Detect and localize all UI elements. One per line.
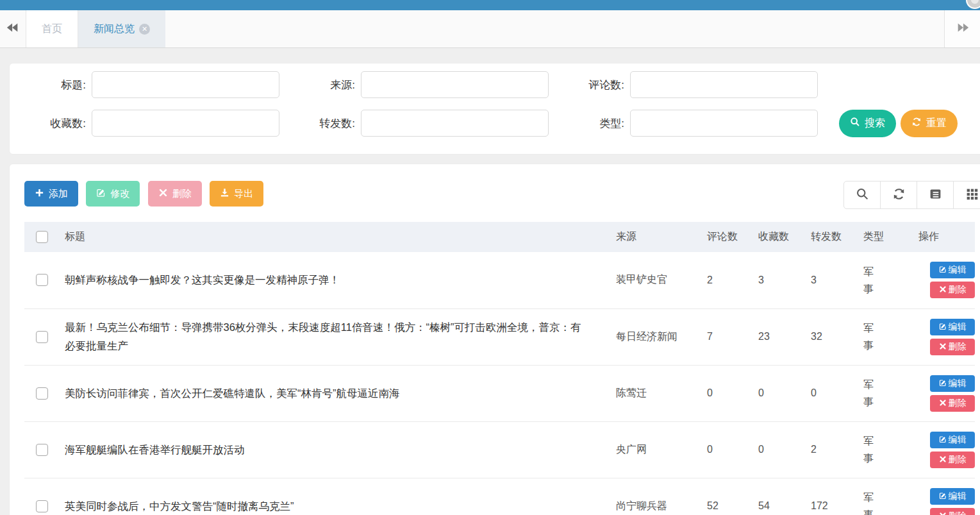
field-comments: 评论数: xyxy=(554,71,824,98)
edit-icon xyxy=(939,322,947,332)
add-button-label: 添加 xyxy=(49,188,68,200)
news-type: 军事 xyxy=(863,308,918,365)
header-comments: 评论数 xyxy=(707,222,758,252)
news-source: 尚宁聊兵器 xyxy=(616,478,707,515)
comments-input[interactable] xyxy=(630,71,818,98)
tabs-scroll-right-button[interactable] xyxy=(944,10,980,47)
edit-icon xyxy=(96,188,106,199)
news-favorites: 0 xyxy=(758,421,811,478)
field-favorites: 收藏数: xyxy=(16,110,285,137)
news-title: 美防长访问菲律宾，首次公开仁爱礁特遣队，美军“林肯号”航母逼近南海 xyxy=(53,365,616,421)
edit-icon xyxy=(939,491,947,502)
row-delete-label: 删除 xyxy=(949,284,967,296)
table-search-button[interactable] xyxy=(843,181,881,209)
grid-view-icon xyxy=(965,187,979,203)
add-button[interactable]: 添加 xyxy=(24,181,78,207)
export-button[interactable]: 导出 xyxy=(210,181,263,207)
header-type: 类型 xyxy=(863,222,918,252)
row-checkbox[interactable] xyxy=(36,500,48,512)
table-refresh-button[interactable] xyxy=(880,181,917,209)
row-checkbox[interactable] xyxy=(36,444,48,456)
search-button[interactable]: 搜索 xyxy=(839,110,896,137)
row-checkbox[interactable] xyxy=(36,274,48,286)
download-icon xyxy=(220,188,229,199)
source-input[interactable] xyxy=(361,71,549,98)
delete-button-label: 删除 xyxy=(172,188,192,200)
row-edit-button[interactable]: 编辑 xyxy=(930,432,975,448)
row-edit-button[interactable]: 编辑 xyxy=(930,319,975,335)
tab-home[interactable]: 首页 xyxy=(26,10,78,47)
news-comments: 52 xyxy=(707,478,758,515)
row-delete-label: 删除 xyxy=(949,341,967,353)
news-table: 标题 来源 评论数 收藏数 转发数 类型 操作 朝鲜声称核战争一触即发？这其实更… xyxy=(24,222,975,515)
news-forwards: 0 xyxy=(811,365,863,421)
x-icon xyxy=(939,455,947,465)
news-source: 每日经济新闻 xyxy=(616,308,707,365)
comments-label: 评论数: xyxy=(554,78,630,92)
x-icon xyxy=(939,285,947,295)
type-input[interactable] xyxy=(630,110,818,137)
row-delete-button[interactable]: 删除 xyxy=(930,395,975,412)
news-title: 英美同时参战后，中方发文警告“随时撤离乌克兰” xyxy=(53,478,616,515)
table-header-row: 标题 来源 评论数 收藏数 转发数 类型 操作 xyxy=(24,222,975,252)
source-label: 来源: xyxy=(285,78,361,92)
title-input[interactable] xyxy=(92,71,279,98)
news-comments: 0 xyxy=(707,421,758,478)
table-grid-view-button[interactable] xyxy=(953,181,980,209)
row-delete-button[interactable]: 删除 xyxy=(930,452,975,468)
row-edit-label: 编辑 xyxy=(949,264,967,276)
view-options-group xyxy=(843,181,980,209)
row-delete-button[interactable]: 删除 xyxy=(930,508,975,515)
row-edit-button[interactable]: 编辑 xyxy=(930,375,975,392)
news-favorites: 0 xyxy=(758,365,811,421)
news-comments: 2 xyxy=(707,252,758,308)
type-label: 类型: xyxy=(554,116,630,131)
row-edit-label: 编辑 xyxy=(949,434,967,446)
favorites-input[interactable] xyxy=(92,110,279,137)
news-title: 海军舰艇编队在香港举行舰艇开放活动 xyxy=(53,421,616,478)
forwards-input[interactable] xyxy=(361,110,549,137)
row-edit-button[interactable]: 编辑 xyxy=(930,488,975,505)
x-icon xyxy=(939,342,947,352)
table-row: 最新！乌克兰公布细节：导弹携带36枚分弹头，末段速度超11倍音速！俄方：“榛树”… xyxy=(24,308,975,365)
field-type: 类型: xyxy=(554,110,824,137)
news-forwards: 172 xyxy=(811,478,863,515)
edit-icon xyxy=(939,378,947,389)
modify-button[interactable]: 修改 xyxy=(86,181,140,207)
table-list-view-button[interactable] xyxy=(917,181,954,209)
x-icon xyxy=(939,398,947,409)
row-checkbox[interactable] xyxy=(36,331,48,343)
tab-news-overview[interactable]: 新闻总览 ✕ xyxy=(78,10,165,47)
news-type: 军事 xyxy=(863,478,918,515)
news-type: 军事 xyxy=(863,252,918,308)
row-checkbox[interactable] xyxy=(36,387,48,400)
tab-close-icon[interactable]: ✕ xyxy=(139,24,150,35)
news-source: 陈莺迁 xyxy=(616,365,707,421)
row-delete-button[interactable]: 删除 xyxy=(930,339,975,355)
delete-button[interactable]: 删除 xyxy=(148,181,202,207)
export-button-label: 导出 xyxy=(234,188,253,200)
main-content: 标题: 来源: 评论数: 收藏数: 转发数: xyxy=(0,49,980,515)
refresh-icon xyxy=(911,117,922,130)
favorites-label: 收藏数: xyxy=(16,116,92,131)
select-all-checkbox[interactable] xyxy=(36,231,48,243)
x-icon xyxy=(939,511,947,515)
field-forwards: 转发数: xyxy=(285,110,554,137)
reset-button[interactable]: 重置 xyxy=(901,110,958,137)
news-favorites: 3 xyxy=(758,252,811,308)
avatar[interactable] xyxy=(966,0,980,9)
reset-button-label: 重置 xyxy=(926,117,947,130)
header-forwards: 转发数 xyxy=(811,222,863,252)
table-row: 英美同时参战后，中方发文警告“随时撤离乌克兰” 尚宁聊兵器 52 54 172 … xyxy=(24,478,975,515)
row-edit-button[interactable]: 编辑 xyxy=(930,262,975,278)
news-favorites: 23 xyxy=(758,308,811,365)
double-chevron-left-icon xyxy=(6,21,20,37)
news-type: 军事 xyxy=(863,365,918,421)
news-title: 朝鲜声称核战争一触即发？这其实更像是一发精神原子弹！ xyxy=(53,252,616,308)
search-icon xyxy=(856,187,869,203)
x-icon xyxy=(158,188,168,199)
row-delete-button[interactable]: 删除 xyxy=(930,282,975,298)
field-title: 标题: xyxy=(16,71,285,98)
refresh-icon xyxy=(892,187,906,203)
tabs-scroll-left-button[interactable] xyxy=(0,10,26,47)
